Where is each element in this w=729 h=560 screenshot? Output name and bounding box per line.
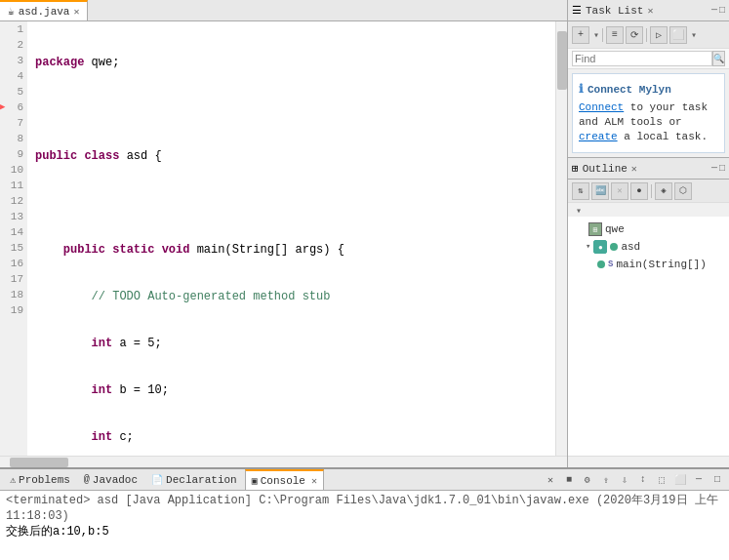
connect-text-4: a local task. <box>618 131 708 142</box>
editor-panel: ☕ asd.java ✕ 1 2 3 4 5 6 7 8 9 10 11 12 … <box>0 0 568 467</box>
bottom-console-area: ⚠ Problems @ Javadoc 📄 Declaration ▣ Con… <box>0 467 729 560</box>
code-editor[interactable]: package qwe; public class asd { public s… <box>27 21 555 456</box>
console-tab-bar: ⚠ Problems @ Javadoc 📄 Declaration ▣ Con… <box>0 469 729 491</box>
task-dropdown-2[interactable]: ▾ <box>691 29 697 41</box>
outline-tree: ⊞ qwe ▾ ● asd S main(String[]) <box>572 220 725 273</box>
task-dropdown[interactable]: ▾ <box>593 29 599 41</box>
create-link[interactable]: create <box>579 131 618 142</box>
outline-maximize-icon[interactable]: □ <box>719 163 725 174</box>
outline-btn-1[interactable]: ⇅ <box>572 182 589 200</box>
task-btn-4[interactable]: ▷ <box>650 26 668 44</box>
right-panel: ☰ Task List ✕ ─ □ + ▾ ≡ ⟳ ▷ ⬜ ▾ <box>568 0 729 467</box>
outline-panel: ⊞ Outline ✕ ─ □ ⇅ 🔤 ✕ ● ◈ ⬡ ▾ <box>568 158 729 467</box>
console-btn-8[interactable]: ⬜ <box>672 472 688 488</box>
outline-toolbar: ⇅ 🔤 ✕ ● ◈ ⬡ <box>568 180 729 203</box>
outline-method-label: main(String[]) <box>616 256 706 273</box>
outline-icon: ⊞ <box>572 162 579 175</box>
line-numbers: 1 2 3 4 5 6 7 8 9 10 11 12 13 14 15 16 1… <box>0 21 27 456</box>
task-list-icon: ☰ <box>572 4 582 17</box>
javadoc-icon: @ <box>84 474 90 485</box>
task-search-input[interactable] <box>572 51 712 66</box>
hscroll-thumb[interactable] <box>10 458 68 467</box>
editor-tab-label: asd.java <box>19 6 70 18</box>
console-tab-close-icon[interactable]: ✕ <box>311 475 317 487</box>
console-btn-7[interactable]: ⬚ <box>654 472 669 488</box>
task-panel-title: Task List <box>586 5 643 17</box>
new-task-btn[interactable]: + <box>572 26 589 44</box>
console-toolbar: ✕ ■ ⚙ ⇪ ⇩ ↕ ⬚ ⬜ ─ □ <box>543 472 725 488</box>
outline-class-label: asd <box>621 238 640 256</box>
outline-panel-title: Outline <box>583 163 628 175</box>
code-line-6: // TODO Auto-generated method stub <box>35 289 547 304</box>
toolbar-separator-1 <box>602 28 603 42</box>
outline-sep <box>651 184 652 198</box>
tab-console-label: Console <box>261 475 305 487</box>
task-panel: ☰ Task List ✕ ─ □ + ▾ ≡ ⟳ ▷ ⬜ ▾ <box>568 0 729 158</box>
editor-vscroll[interactable] <box>555 21 567 456</box>
tab-declaration[interactable]: 📄 Declaration <box>145 469 243 490</box>
code-line-5: public static void main(String[] args) { <box>35 242 547 258</box>
console-btn-3[interactable]: ⚙ <box>580 472 595 488</box>
info-icon: ℹ <box>579 82 584 97</box>
task-panel-maximize-icon[interactable]: □ <box>719 5 725 16</box>
class-active-icon: ● <box>593 240 607 254</box>
console-terminated-line: <terminated> asd [Java Application] C:\P… <box>6 493 723 524</box>
console-btn-4[interactable]: ⇪ <box>598 472 614 488</box>
outline-hscroll[interactable] <box>568 456 729 467</box>
console-btn-6[interactable]: ↕ <box>635 472 651 488</box>
editor-hscroll[interactable] <box>0 456 567 467</box>
task-btn-5[interactable]: ⬜ <box>669 26 687 44</box>
main-area: ☕ asd.java ✕ 1 2 3 4 5 6 7 8 9 10 11 12 … <box>0 0 729 467</box>
code-line-9: int c; <box>35 429 547 445</box>
tab-console[interactable]: ▣ Console ✕ <box>245 469 324 490</box>
outline-btn-2[interactable]: 🔤 <box>591 182 609 200</box>
console-btn-5[interactable]: ⇩ <box>617 472 632 488</box>
outline-content: ⊞ qwe ▾ ● asd S main(String[]) <box>568 217 729 456</box>
console-stop-btn[interactable]: ■ <box>561 472 577 488</box>
code-line-7: int a = 5; <box>35 336 547 351</box>
vscroll-thumb[interactable] <box>557 31 567 90</box>
outline-panel-close-icon[interactable]: ✕ <box>631 163 637 175</box>
outline-btn-4[interactable]: ● <box>630 182 648 200</box>
tab-javadoc[interactable]: @ Javadoc <box>78 469 143 490</box>
outline-btn-5[interactable]: ◈ <box>655 182 672 200</box>
connect-mylyn-header: ℹ Connect Mylyn <box>579 82 718 97</box>
connect-mylyn-body: Connect to your task and ALM tools or cr… <box>579 100 718 144</box>
outline-btn-6[interactable]: ⬡ <box>674 182 692 200</box>
task-btn-2[interactable]: ≡ <box>606 26 624 44</box>
tab-javadoc-label: Javadoc <box>93 474 138 486</box>
task-search-icon[interactable]: 🔍 <box>712 51 725 66</box>
class-dot <box>610 243 618 251</box>
connect-mylyn-title: Connect Mylyn <box>587 84 671 96</box>
code-line-2 <box>35 101 547 117</box>
editor-tab-asd-java[interactable]: ☕ asd.java ✕ <box>0 0 88 20</box>
tab-problems[interactable]: ⚠ Problems <box>4 469 76 490</box>
console-output-area: <terminated> asd [Java Application] C:\P… <box>0 491 729 560</box>
console-icon: ▣ <box>252 475 258 487</box>
code-line-1: package qwe; <box>35 55 547 70</box>
outline-tab-bar: ⊞ Outline ✕ ─ □ <box>568 158 729 180</box>
console-maximize-btn[interactable]: □ <box>709 472 725 488</box>
console-minimize-btn[interactable]: ─ <box>691 472 707 488</box>
task-btn-3[interactable]: ⟳ <box>626 26 643 44</box>
task-panel-tab-bar: ☰ Task List ✕ ─ □ <box>568 0 729 21</box>
outline-item-package[interactable]: ⊞ qwe <box>572 220 725 238</box>
task-panel-toolbar: + ▾ ≡ ⟳ ▷ ⬜ ▾ <box>568 21 729 49</box>
code-line-4 <box>35 195 547 211</box>
outline-class-expand-icon: ▾ <box>586 238 590 256</box>
connect-link[interactable]: Connect <box>579 101 624 113</box>
outline-minimize-icon[interactable]: ─ <box>711 163 717 174</box>
outline-btn-3[interactable]: ✕ <box>611 182 628 200</box>
task-search-bar: 🔍 | All | Activ <box>568 49 729 69</box>
console-clear-btn[interactable]: ✕ <box>543 472 558 488</box>
outline-item-method[interactable]: S main(String[]) <box>572 256 725 273</box>
editor-tab-close-icon[interactable]: ✕ <box>73 6 79 18</box>
outline-package-label: qwe <box>605 220 625 238</box>
code-line-3: public class asd { <box>35 148 547 164</box>
outline-item-class[interactable]: ▾ ● asd <box>572 238 725 256</box>
toolbar-separator-2 <box>646 28 647 42</box>
task-panel-minimize-icon[interactable]: ─ <box>711 5 717 16</box>
problems-icon: ⚠ <box>10 474 16 486</box>
task-panel-close-icon[interactable]: ✕ <box>647 5 653 17</box>
console-output-line: 交换后的a:10,b:5 <box>6 524 723 540</box>
